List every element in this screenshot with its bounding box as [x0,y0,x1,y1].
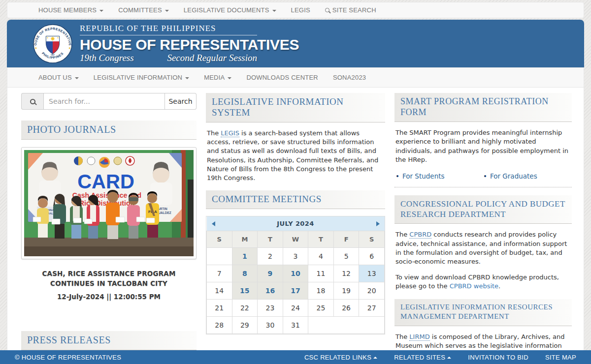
calendar-week-row: 7 8 9 10 11 12 13 [207,265,385,282]
cpbrd-link[interactable]: CPBRD [409,231,431,239]
committee-meetings-heading: COMMITTEE MEETINGS [206,190,385,209]
calendar-day: 5 [333,248,359,265]
main-content: Search PHOTO JOURNALS [7,88,584,363]
chevron-down-icon [165,10,169,12]
calendar-day: 22 [232,300,258,317]
calendar-prev-month-icon[interactable] [212,221,215,226]
right-column: SMART PROGRAM REGISTRATION FORM The SMAR… [394,93,572,363]
cpbrd-website-link[interactable]: CPBRD website [450,282,498,290]
chevron-down-icon [99,10,103,12]
calendar-day: 11 [308,265,334,282]
nav-legislative-information-label: LEGISLATIVE INFORMATION [94,74,182,81]
legis-link[interactable]: LEGIS [221,129,239,137]
dow-tue: T [258,231,283,248]
chevron-down-icon [75,77,79,79]
sub-navbar: ABOUT US LEGISLATIVE INFORMATION MEDIA D… [7,67,584,88]
footer-site-map[interactable]: SITE MAP [545,354,576,361]
svg-text:1907: 1907 [51,54,55,56]
dow-sun: S [207,231,232,248]
footer-invitation-label: INVITATION TO BID [468,354,528,361]
calendar-day: 23 [258,300,283,317]
nav-media[interactable]: MEDIA [197,67,239,88]
session-label: Second Regular Session [167,53,257,63]
calendar-day: 25 [308,300,334,317]
dow-wed: W [283,231,308,248]
footer-csc-related-links[interactable]: CSC RELATED LINKS [304,354,377,361]
search-button[interactable]: Search [165,93,197,110]
calendar-day[interactable]: 9 [258,265,283,282]
nav-sona2023[interactable]: SONA2023 [326,67,373,88]
chevron-down-icon [228,77,231,79]
nav-site-search[interactable]: SITE SEARCH [318,2,384,18]
footer-site-map-label: SITE MAP [545,354,576,361]
nav-legislative-information[interactable]: LEGISLATIVE INFORMATION [86,67,197,88]
calendar-day: 7 [207,265,232,282]
calendar-day: 26 [333,300,359,317]
search-input[interactable] [43,93,165,110]
lirmd-link[interactable]: LIRMD [409,333,429,341]
republic-title: REPUBLIC OF THE PHILIPPINES [80,24,257,35]
nav-downloads-center-label: DOWNLOADS CENTER [246,74,318,81]
caption-line1: CASH, RICE ASSISTANCE PROGRAM [21,269,197,279]
cpbrd-heading: CONGRESSIONAL POLICY AND BUDGET RESEARCH… [394,195,572,224]
dow-sat: S [359,231,385,248]
calendar-day[interactable]: 10 [283,265,308,282]
site-search-form: Search [21,93,197,110]
for-students-link[interactable]: •For Students [395,172,483,180]
caret-up-icon [447,357,451,359]
footer-related-sites-label: RELATED SITES [394,354,445,361]
lis-paragraph: The LEGIS is a search-based system that … [207,129,384,182]
nav-about-us[interactable]: ABOUT US [31,67,86,88]
calendar-week-row: 1 2 3 4 5 6 [207,248,385,265]
calendar-day-headers: S M T W T F S [207,231,385,248]
svg-text:CARD: CARD [77,171,134,192]
nav-legis[interactable]: LEGIS [284,2,318,18]
calendar-day: 6 [359,248,385,265]
calendar-day: 24 [283,300,308,317]
calendar-day[interactable]: 17 [283,282,308,300]
committee-meetings-calendar: JULY 2024 S M T W T [206,216,385,334]
calendar-day: 12 [333,265,359,282]
for-students-label: For Students [402,172,445,180]
footer-csc-label: CSC RELATED LINKS [304,354,371,361]
site-title: HOUSE OF REPRESENTATIVES [80,36,257,53]
nav-media-label: MEDIA [204,74,225,81]
calendar-day[interactable]: 16 [258,282,283,300]
nav-house-members[interactable]: HOUSE MEMBERS [31,2,111,18]
dow-thu: T [308,231,334,248]
bullet-icon: • [483,172,487,180]
nav-legislative-documents[interactable]: LEGISLATIVE DOCUMENTS [176,2,284,18]
caret-up-icon [373,357,377,359]
house-seal-logo[interactable]: HOUSE OF REPRESENTATIVES PHILIPPINES [33,24,73,64]
footer-related-sites[interactable]: RELATED SITES [394,354,451,361]
dow-mon: M [232,231,258,248]
calendar-day[interactable]: 15 [232,282,258,300]
calendar-day: 31 [283,317,308,334]
cpbrd-text-pre: The [395,231,409,238]
nav-committees[interactable]: COMMITTEES [111,2,176,18]
chevron-down-icon [185,77,189,79]
lis-heading: LEGISLATIVE INFORMATION SYSTEM [206,93,385,122]
photo-journal-thumbnail[interactable]: FERDINAND ROMUALDEZ MARTIN ROMUALDEZ [21,147,197,259]
nav-legis-label: LEGIS [291,6,310,14]
footer-invitation-to-bid[interactable]: INVITATION TO BID [468,354,528,361]
nav-downloads-center[interactable]: DOWNLOADS CENTER [239,67,326,88]
cpbrd-paragraph: The CPBRD conducts research and provides… [395,230,571,266]
for-graduates-link[interactable]: •For Graduates [483,172,571,180]
calendar-day[interactable]: 8 [232,265,258,282]
calendar-day: 21 [207,300,232,317]
calendar-day: 14 [207,282,232,300]
nav-legislative-documents-label: LEGISLATIVE DOCUMENTS [184,6,269,14]
nav-about-us-label: ABOUT US [38,74,72,81]
dow-fri: F [333,231,359,248]
footer-bar: © HOUSE OF REPRESENTATIVES CSC RELATED L… [0,350,591,364]
calendar-day: 3 [283,248,308,265]
masthead: HOUSE OF REPRESENTATIVES PHILIPPINES [7,20,584,67]
calendar-next-month-icon[interactable] [376,221,380,226]
calendar-day[interactable]: 1 [232,248,258,265]
cpbrd-paragraph2: To view and download CPBRD knowledge pro… [395,273,571,291]
calendar-month-label: JULY 2024 [215,220,376,227]
calendar-day-today: 13 [359,265,385,282]
smart-links-row: •For Students •For Graduates [395,172,571,180]
bullet-icon: • [395,172,399,180]
